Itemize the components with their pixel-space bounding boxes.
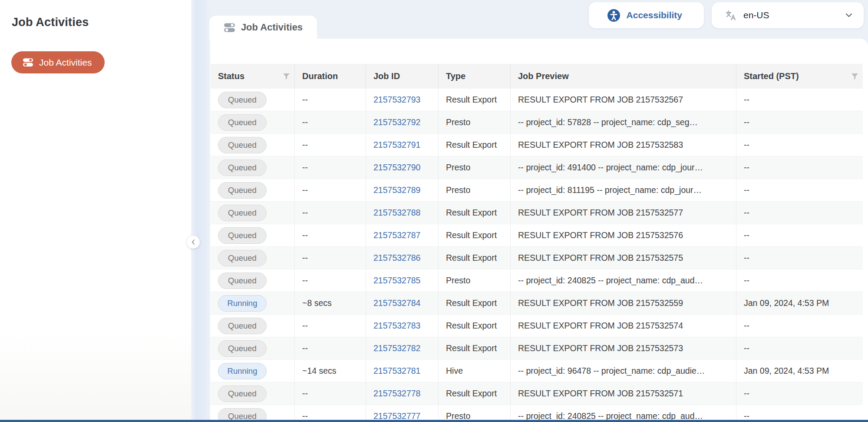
started-cell: -- [736, 202, 863, 224]
status-cell: Queued [211, 224, 295, 246]
job-id-link[interactable]: 2157532791 [373, 140, 420, 150]
language-select[interactable]: en-US [712, 2, 864, 28]
started-cell: -- [736, 156, 863, 179]
job-id-link[interactable]: 2157532790 [373, 163, 420, 173]
preview-cell: RESULT EXPORT FROM JOB 2157532575 [511, 247, 736, 269]
status-cell: Queued [211, 111, 295, 133]
tab-job-activities[interactable]: Job Activities [209, 16, 317, 39]
status-badge: Queued [218, 137, 267, 153]
type-cell: Result Export [439, 337, 511, 359]
sidebar-item-job-activities[interactable]: Job Activities [11, 51, 105, 73]
job-activities-panel: Status Duration Job ID Type Job Preview … [209, 39, 868, 422]
filter-icon[interactable] [283, 73, 290, 80]
job-id-link[interactable]: 2157532787 [373, 230, 420, 240]
jobid-cell: 2157532789 [366, 179, 439, 201]
table-row: Queued -- 2157532793 Result Export RESUL… [211, 89, 863, 111]
jobid-cell: 2157532785 [366, 269, 439, 292]
duration-cell: -- [295, 89, 366, 111]
table-header-row: Status Duration Job ID Type Job Preview … [211, 64, 863, 89]
preview-cell: RESULT EXPORT FROM JOB 2157532571 [511, 382, 736, 405]
type-cell: Result Export [439, 247, 511, 269]
job-id-link[interactable]: 2157532788 [373, 208, 420, 218]
column-header-preview[interactable]: Job Preview [511, 64, 736, 89]
type-cell: Presto [439, 269, 511, 292]
duration-cell: -- [295, 202, 366, 224]
duration-cell: -- [295, 382, 366, 405]
job-id-link[interactable]: 2157532792 [373, 117, 420, 127]
jobid-cell: 2157532790 [366, 156, 439, 179]
preview-cell: RESULT EXPORT FROM JOB 2157532574 [511, 315, 736, 337]
jobid-cell: 2157532783 [366, 315, 439, 337]
table-row: Queued -- 2157532792 Presto -- project_i… [211, 111, 863, 134]
table-row: Running ~14 secs 2157532781 Hive -- proj… [211, 360, 863, 382]
preview-cell: -- project_id: 240825 -- project_name: c… [511, 269, 736, 292]
column-header-started[interactable]: Started (PST) [736, 64, 863, 89]
translate-icon [725, 10, 736, 21]
language-value: en-US [743, 10, 838, 20]
type-cell: Result Export [439, 292, 511, 314]
accessibility-icon [607, 9, 620, 22]
status-badge: Queued [218, 340, 267, 357]
type-cell: Result Export [439, 315, 511, 337]
jobid-cell: 2157532778 [366, 382, 439, 405]
column-header-type[interactable]: Type [439, 64, 511, 89]
job-id-link[interactable]: 2157532785 [373, 276, 420, 286]
duration-cell: -- [295, 111, 366, 133]
job-id-link[interactable]: 2157532782 [373, 343, 420, 353]
preview-cell: -- project_id: 811195 -- project_name: c… [511, 179, 736, 201]
started-cell: -- [736, 134, 863, 156]
chevron-down-icon [845, 13, 852, 17]
job-id-link[interactable]: 2157532786 [373, 253, 420, 263]
status-cell: Queued [211, 179, 295, 201]
status-badge: Running [218, 295, 267, 312]
table-row: Queued -- 2157532790 Presto -- project_i… [211, 156, 863, 179]
chevron-left-icon [191, 239, 195, 245]
status-cell: Queued [211, 202, 295, 224]
status-cell: Queued [211, 315, 295, 337]
job-activities-icon [23, 57, 33, 68]
preview-cell: RESULT EXPORT FROM JOB 2157532573 [511, 337, 736, 359]
job-id-link[interactable]: 2157532781 [373, 366, 420, 376]
accessibility-label: Accessibility [627, 10, 682, 20]
type-cell: Result Export [439, 89, 511, 111]
sidebar-item-label: Job Activities [39, 57, 92, 68]
table-row: Queued -- 2157532788 Result Export RESUL… [211, 202, 863, 224]
started-cell: -- [736, 269, 863, 292]
preview-cell: RESULT EXPORT FROM JOB 2157532559 [511, 292, 736, 314]
column-header-duration[interactable]: Duration [295, 64, 366, 89]
sidebar-divider [191, 0, 210, 422]
type-cell: Hive [439, 360, 511, 382]
status-cell: Queued [211, 269, 295, 292]
type-cell: Result Export [439, 224, 511, 246]
table-row: Queued -- 2157532787 Result Export RESUL… [211, 224, 863, 247]
status-cell: Queued [211, 134, 295, 156]
status-badge: Running [218, 363, 267, 379]
status-cell: Queued [211, 382, 295, 405]
type-cell: Result Export [439, 382, 511, 405]
duration-cell: -- [295, 315, 366, 337]
table-row: Queued -- 2157532791 Result Export RESUL… [211, 134, 863, 156]
type-cell: Presto [439, 156, 511, 179]
table-row: Running ~8 secs 2157532784 Result Export… [211, 292, 863, 315]
started-cell: -- [736, 89, 863, 111]
status-badge: Queued [218, 159, 267, 176]
jobid-cell: 2157532786 [366, 247, 439, 269]
column-header-jobid[interactable]: Job ID [366, 64, 439, 89]
accessibility-button[interactable]: Accessibility [589, 2, 704, 28]
status-cell: Queued [211, 247, 295, 269]
duration-cell: ~8 secs [295, 292, 366, 314]
job-id-link[interactable]: 2157532784 [373, 298, 420, 308]
started-cell: -- [736, 247, 863, 269]
filter-icon[interactable] [851, 73, 858, 80]
duration-cell: ~14 secs [295, 360, 366, 382]
status-badge: Queued [218, 250, 267, 266]
page-title: Job Activities [12, 16, 89, 29]
job-id-link[interactable]: 2157532778 [373, 389, 420, 399]
sidebar-collapse-button[interactable] [187, 236, 200, 249]
job-id-link[interactable]: 2157532793 [373, 95, 420, 105]
job-id-link[interactable]: 2157532789 [373, 185, 420, 195]
status-cell: Queued [211, 156, 295, 179]
preview-cell: RESULT EXPORT FROM JOB 2157532567 [511, 89, 736, 111]
column-header-status[interactable]: Status [211, 64, 295, 89]
job-id-link[interactable]: 2157532783 [373, 321, 420, 331]
